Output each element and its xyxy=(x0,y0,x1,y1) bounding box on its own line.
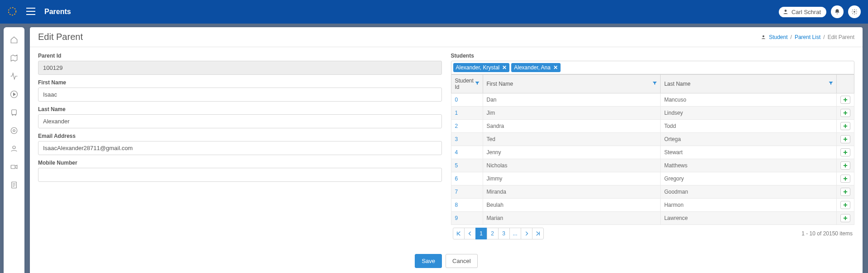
user-icon xyxy=(782,9,789,15)
table-row: 6JimmyGregory xyxy=(451,172,854,185)
add-student-button[interactable] xyxy=(840,175,850,183)
cell-last-name: Stewart xyxy=(660,146,836,159)
sidebar-item-student[interactable] xyxy=(4,140,24,158)
first-icon xyxy=(456,231,461,236)
mobile-input[interactable] xyxy=(38,168,442,182)
email-label: Email Address xyxy=(38,133,442,139)
th-first-name[interactable]: First Name xyxy=(483,75,660,93)
breadcrumb-parent-list[interactable]: Parent List xyxy=(795,34,820,40)
close-icon[interactable]: ✕ xyxy=(502,64,507,71)
save-button[interactable]: Save xyxy=(415,254,442,268)
student-id-link[interactable]: 5 xyxy=(455,162,458,169)
cell-first-name: Ted xyxy=(483,133,660,146)
student-id-link[interactable]: 3 xyxy=(455,136,458,142)
filter-icon[interactable] xyxy=(475,81,480,88)
sidebar-item-play[interactable] xyxy=(4,85,24,103)
first-name-input[interactable] xyxy=(38,88,442,102)
close-icon[interactable]: ✕ xyxy=(553,64,558,71)
add-student-button[interactable] xyxy=(840,135,850,143)
student-id-link[interactable]: 9 xyxy=(455,215,458,221)
cell-last-name: Gregory xyxy=(660,172,836,185)
cell-last-name: Matthews xyxy=(660,159,836,172)
user-menu[interactable]: Carl Schrat xyxy=(779,7,826,17)
parent-id-label: Parent Id xyxy=(38,53,442,59)
page-1[interactable]: 1 xyxy=(475,228,487,239)
sidebar-item-reports[interactable] xyxy=(4,176,24,194)
content-heading: Edit Parent xyxy=(38,32,83,42)
student-id-link[interactable]: 1 xyxy=(455,110,458,116)
topbar: Parents Carl Schrat xyxy=(0,0,868,24)
svg-point-9 xyxy=(13,146,15,149)
add-student-button[interactable] xyxy=(840,201,850,209)
sidebar-item-activity[interactable] xyxy=(4,67,24,85)
notifications-button[interactable] xyxy=(831,5,844,18)
filter-icon[interactable] xyxy=(828,81,834,88)
last-name-label: Last Name xyxy=(38,106,442,112)
plus-icon xyxy=(843,203,848,207)
mobile-label: Mobile Number xyxy=(38,160,442,166)
plus-icon xyxy=(843,137,848,141)
plus-icon xyxy=(843,176,848,181)
page-2[interactable]: 2 xyxy=(487,228,499,239)
email-input[interactable] xyxy=(38,141,442,155)
table-row: 3TedOrtega xyxy=(451,133,854,146)
student-id-link[interactable]: 7 xyxy=(455,189,458,195)
cancel-button[interactable]: Cancel xyxy=(446,254,477,268)
student-id-link[interactable]: 2 xyxy=(455,123,458,129)
pagination: 123... xyxy=(453,228,544,239)
sidebar-item-home[interactable] xyxy=(4,31,24,49)
student-id-link[interactable]: 6 xyxy=(455,176,458,182)
table-row: 9MarianLawrence xyxy=(451,212,854,225)
last-name-input[interactable] xyxy=(38,114,442,128)
add-student-button[interactable] xyxy=(840,148,850,156)
plus-icon xyxy=(843,124,848,128)
sidebar-item-driver[interactable] xyxy=(4,122,24,140)
add-student-button[interactable] xyxy=(840,188,850,196)
page-3[interactable]: 3 xyxy=(498,228,510,239)
students-tags[interactable]: Alexander, Krystal✕Alexander, Ana✕ xyxy=(451,61,855,74)
student-id-link[interactable]: 4 xyxy=(455,149,458,156)
plus-icon xyxy=(843,163,848,168)
page-...[interactable]: ... xyxy=(509,228,521,239)
page-last[interactable] xyxy=(532,228,544,239)
page-first[interactable] xyxy=(453,228,465,239)
cell-first-name: Jim xyxy=(483,107,660,120)
hamburger-icon[interactable] xyxy=(26,8,35,16)
add-student-button[interactable] xyxy=(840,109,850,117)
student-tag: Alexander, Ana✕ xyxy=(511,63,561,72)
students-table: Student Id First Name Last Name xyxy=(451,74,855,225)
filter-icon[interactable] xyxy=(652,81,657,88)
add-student-button[interactable] xyxy=(840,161,850,170)
table-row: 8BeulahHarmon xyxy=(451,199,854,212)
settings-button[interactable] xyxy=(848,5,861,18)
svg-rect-10 xyxy=(11,165,15,169)
student-id-link[interactable]: 0 xyxy=(455,97,458,103)
th-student-id[interactable]: Student Id xyxy=(451,75,483,93)
sidebar-item-map[interactable] xyxy=(4,49,24,67)
page-prev[interactable] xyxy=(464,228,476,239)
sidebar xyxy=(4,27,24,273)
svg-point-2 xyxy=(854,11,855,13)
gear-icon xyxy=(851,9,858,15)
student-icon xyxy=(761,34,766,40)
breadcrumb-current: Edit Parent xyxy=(828,34,854,40)
student-id-link[interactable]: 8 xyxy=(455,202,458,208)
add-student-button[interactable] xyxy=(840,96,850,104)
th-last-name[interactable]: Last Name xyxy=(660,75,836,93)
add-student-button[interactable] xyxy=(840,214,850,222)
svg-point-0 xyxy=(9,7,16,15)
prev-icon xyxy=(468,231,472,236)
content-panel: Edit Parent Student / Parent List / Edit… xyxy=(30,27,863,273)
table-row: 4JennyStewart xyxy=(451,146,854,159)
svg-point-1 xyxy=(785,10,787,12)
page-next[interactable] xyxy=(521,228,532,239)
breadcrumb-student[interactable]: Student xyxy=(769,34,787,40)
sidebar-item-bus[interactable] xyxy=(4,103,24,122)
cell-first-name: Miranda xyxy=(483,185,660,199)
cell-first-name: Sandra xyxy=(483,120,660,133)
cell-last-name: Harmon xyxy=(660,199,836,212)
add-student-button[interactable] xyxy=(840,122,850,130)
tag-label: Alexander, Krystal xyxy=(456,64,500,71)
sidebar-item-video[interactable] xyxy=(4,158,24,176)
cell-first-name: Marian xyxy=(483,212,660,225)
